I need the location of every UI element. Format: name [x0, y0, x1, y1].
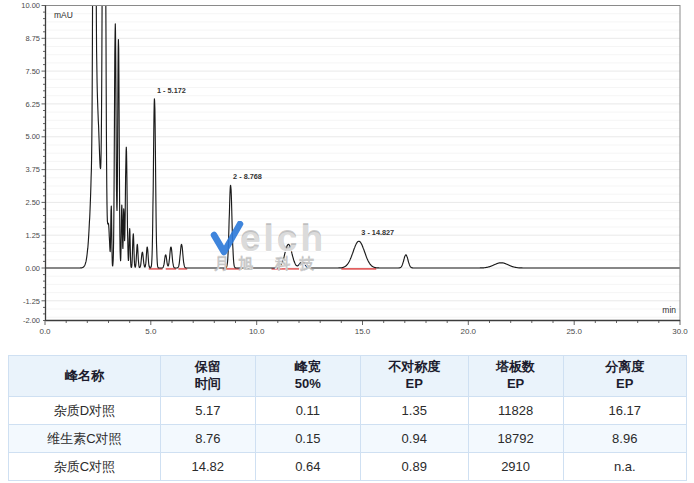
value-cell: 16.17	[563, 397, 686, 425]
column-header: 保留时间	[160, 356, 255, 397]
value-cell: 0.64	[255, 453, 360, 481]
x-tick-label: 10.0	[249, 327, 265, 336]
table-row: 杂质C对照14.820.640.892910n.a.	[9, 453, 687, 481]
value-cell: 18792	[468, 425, 563, 453]
x-tick-label: 20.0	[461, 327, 477, 336]
column-header: 峰名称	[9, 356, 161, 397]
peak-name-cell: 杂质C对照	[9, 453, 161, 481]
value-cell: 0.94	[360, 425, 468, 453]
y-tick-label: 8.75	[25, 34, 40, 43]
x-tick-label: 30.0	[672, 327, 688, 336]
column-header: 分离度EP	[563, 356, 686, 397]
value-cell: 0.89	[360, 453, 468, 481]
peak-label: 3 - 14.827	[361, 228, 394, 237]
table-row: 维生素C对照8.760.150.94187928.96	[9, 425, 687, 453]
table-row: 杂质D对照5.170.111.351182816.17	[9, 397, 687, 425]
column-header: 不对称度EP	[360, 356, 468, 397]
peak-results-table: 峰名称保留时间峰宽50%不对称度EP塔板数EP分离度EP 杂质D对照5.170.…	[8, 355, 687, 481]
column-header: 峰宽50%	[255, 356, 360, 397]
peak-name-cell: 维生素C对照	[9, 425, 161, 453]
value-cell: n.a.	[563, 453, 686, 481]
y-tick-label: 10.00	[21, 1, 40, 10]
gridlines	[46, 14, 680, 318]
plot-border	[46, 6, 681, 321]
value-cell: 2910	[468, 453, 563, 481]
column-header: 塔板数EP	[468, 356, 563, 397]
table-header-row: 峰名称保留时间峰宽50%不对称度EP塔板数EP分离度EP	[9, 356, 687, 397]
value-cell: 0.11	[255, 397, 360, 425]
peak-name-cell: 杂质D对照	[9, 397, 161, 425]
x-tick-label: 5.0	[145, 327, 157, 336]
chromatogram-panel: 10.008.757.506.255.003.752.501.250.00-1.…	[0, 0, 694, 350]
y-tick-label: 2.50	[25, 198, 40, 207]
value-cell: 8.96	[563, 425, 686, 453]
value-cell: 14.82	[160, 453, 255, 481]
chromatogram-chart: 10.008.757.506.255.003.752.501.250.00-1.…	[0, 0, 694, 350]
x-tick-label: 0.0	[39, 327, 51, 336]
y-tick-label: 6.25	[25, 100, 40, 109]
y-tick-label: 3.75	[25, 165, 40, 174]
y-tick-label: 1.25	[25, 231, 40, 240]
y-tick-label: -2.00	[23, 316, 40, 325]
x-axis-unit-label: min	[662, 305, 676, 315]
y-tick-label: 5.00	[25, 132, 40, 141]
value-cell: 5.17	[160, 397, 255, 425]
value-cell: 1.35	[360, 397, 468, 425]
value-cell: 11828	[468, 397, 563, 425]
peak-label: 1 - 5.172	[157, 86, 186, 95]
y-tick-label: 0.00	[25, 264, 40, 273]
x-tick-label: 15.0	[355, 327, 371, 336]
value-cell: 0.15	[255, 425, 360, 453]
y-axis-unit-label: mAU	[54, 10, 73, 20]
peak-label: 2 - 8.768	[233, 172, 262, 181]
y-tick-label: 7.50	[25, 67, 40, 76]
x-tick-label: 25.0	[566, 327, 582, 336]
y-tick-label: -1.25	[23, 297, 40, 306]
value-cell: 8.76	[160, 425, 255, 453]
axes: 10.008.757.506.255.003.752.501.250.00-1.…	[21, 1, 688, 335]
